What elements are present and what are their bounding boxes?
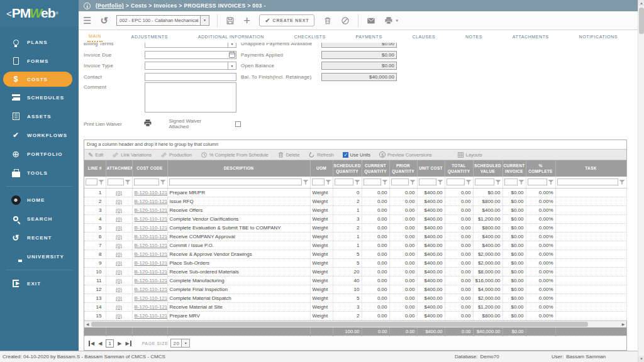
- sidebar-item-search[interactable]: SEARCH: [0, 209, 79, 228]
- column-header-total-quantity[interactable]: TOTAL QUANTITY: [445, 160, 473, 177]
- grid-row[interactable]: 14(0)B-120-110-1210Receive Material at S…: [84, 302, 626, 311]
- grid-row[interactable]: 12(0)B-120-110-1210Complete Final Inspec…: [84, 285, 626, 293]
- filter-icon[interactable]: [382, 179, 388, 185]
- attachments-link[interactable]: (0): [116, 225, 122, 231]
- cost-code-link[interactable]: B-120-110-1210: [135, 287, 168, 292]
- scrollbar-thumb[interactable]: [639, 8, 644, 34]
- list-view-button[interactable]: ☰: [83, 16, 91, 25]
- refresh-button[interactable]: Refresh: [308, 151, 333, 158]
- filter-icon[interactable]: [355, 179, 360, 185]
- create-next-button[interactable]: ✔CREATE NEXT: [259, 14, 314, 26]
- column-header-unit-cost[interactable]: UNIT COST: [417, 160, 445, 177]
- grid-row[interactable]: 4(0)B-120-110-1210Complete Vendor Clarif…: [84, 214, 626, 223]
- grid-row[interactable]: 11(0)B-120-110-1210Complete Manufacturin…: [84, 276, 626, 285]
- sidebar-item-plans[interactable]: PLANS: [0, 33, 79, 52]
- column-header-line[interactable]: LINE #: [84, 160, 106, 177]
- filter-input[interactable]: [504, 178, 518, 185]
- tab-checklists[interactable]: CHECKLISTS: [293, 31, 327, 41]
- cost-code-link[interactable]: B-120-110-1210: [135, 234, 168, 239]
- grid-row[interactable]: 1(0)B-120-110-1210Prepare MR/PRWeight00.…: [84, 188, 626, 197]
- scroll-left-icon[interactable]: ◀: [84, 321, 91, 327]
- tab-adjustments[interactable]: ADJUSTMENTS: [130, 31, 169, 41]
- grid-row[interactable]: 5(0)B-120-110-1210Complete Evaluation & …: [84, 223, 626, 232]
- attachments-link[interactable]: (0): [116, 207, 122, 213]
- tab-notes[interactable]: NOTES: [464, 31, 484, 41]
- grid-row[interactable]: 15(0)B-120-110-1210Prepare MRVWeight20.0…: [84, 311, 626, 320]
- filter-icon[interactable]: [410, 179, 416, 185]
- filter-icon[interactable]: [519, 179, 525, 185]
- filter-icon[interactable]: [548, 179, 554, 185]
- tab-attachments[interactable]: ATTACHMENTS: [511, 31, 550, 41]
- sidebar-item-tools[interactable]: TOOLS: [0, 163, 79, 182]
- grid-row[interactable]: 9(0)B-120-110-1210Place Sub-OrdersWeight…: [84, 258, 626, 267]
- current-page-box[interactable]: 1: [106, 339, 114, 348]
- sidebar-item-home[interactable]: ☻HOME: [0, 190, 79, 209]
- sidebar-item-assets[interactable]: ASSETS: [0, 107, 79, 126]
- scroll-up-icon[interactable]: ▲: [638, 0, 644, 6]
- attachments-link[interactable]: (0): [116, 190, 122, 195]
- filter-input[interactable]: [134, 178, 159, 185]
- contact-input[interactable]: [145, 73, 236, 81]
- invoice-type-select[interactable]: ▼: [145, 62, 236, 70]
- column-header-cost-code[interactable]: COST CODE: [132, 160, 167, 177]
- next-page-icon[interactable]: ▶: [118, 341, 121, 346]
- filter-input[interactable]: [419, 178, 436, 185]
- chevron-down-icon[interactable]: ▼: [181, 339, 189, 347]
- filter-icon[interactable]: [496, 179, 501, 185]
- tab-additional-information[interactable]: ADDITIONAL INFORMATION: [197, 31, 265, 41]
- filter-icon[interactable]: [160, 179, 166, 185]
- filter-input[interactable]: [335, 178, 353, 185]
- attachments-link[interactable]: (0): [116, 251, 122, 257]
- scroll-right-icon[interactable]: ▶: [620, 321, 626, 327]
- column-header-description[interactable]: DESCRIPTION: [167, 160, 310, 177]
- filter-input[interactable]: [447, 178, 465, 185]
- print-dropdown-icon[interactable]: ▼: [395, 19, 399, 23]
- grid-row[interactable]: 7(0)B-120-110-1210Commit / Issue P.O.Wei…: [84, 241, 626, 250]
- delete-row-button[interactable]: Delete: [277, 151, 300, 158]
- tab-main[interactable]: MAIN: [87, 31, 103, 42]
- tab-payments[interactable]: PAYMENTS: [354, 31, 383, 41]
- layouts-button[interactable]: Layouts: [457, 151, 482, 158]
- cost-code-link[interactable]: B-120-110-1210: [135, 313, 168, 319]
- invoice-due-input[interactable]: [145, 51, 236, 59]
- tab-notifications[interactable]: NOTIFICATIONS: [578, 31, 619, 41]
- preview-conversions-button[interactable]: $Preview Conversions: [379, 151, 431, 158]
- signed-waiver-checkbox[interactable]: [235, 121, 241, 127]
- column-header-scheduled-quantity[interactable]: SCHEDULED QUANTITY: [333, 160, 362, 177]
- breadcrumb-portfolio-link[interactable]: (Portfolio): [96, 3, 124, 9]
- tab-clauses[interactable]: CLAUSES: [411, 31, 436, 41]
- filter-input[interactable]: [108, 178, 124, 185]
- filter-input[interactable]: [86, 178, 97, 185]
- filter-icon[interactable]: [99, 179, 104, 185]
- cost-code-link[interactable]: B-120-110-1210: [135, 225, 168, 231]
- pct-complete-from-schedule-button[interactable]: % Complete From Schedule: [201, 151, 269, 158]
- page-size-select[interactable]: 20 ▼: [170, 339, 190, 348]
- filter-input[interactable]: [312, 178, 325, 185]
- cost-code-link[interactable]: B-120-110-1210: [135, 278, 168, 283]
- print-lien-waiver-button[interactable]: [143, 119, 152, 129]
- attachments-link[interactable]: (0): [116, 278, 122, 283]
- attachments-link[interactable]: (0): [116, 313, 122, 319]
- attachments-link[interactable]: (0): [116, 234, 122, 239]
- record-selector-dropdown-icon[interactable]: ▼: [200, 16, 209, 25]
- attachments-link[interactable]: (0): [116, 269, 122, 275]
- cost-code-link[interactable]: B-120-110-1210: [135, 251, 168, 257]
- horizontal-scrollbar[interactable]: ◀ ▶: [84, 321, 626, 327]
- filter-input[interactable]: [557, 178, 618, 185]
- filter-input[interactable]: [169, 178, 302, 185]
- grid-row[interactable]: 10(0)B-120-110-1210Receive Sub-ordered M…: [84, 267, 626, 276]
- cost-code-link[interactable]: B-120-110-1210: [135, 269, 168, 275]
- cost-code-link[interactable]: B-120-110-1210: [135, 304, 168, 310]
- cost-code-link[interactable]: B-120-110-1210: [135, 199, 168, 204]
- print-button[interactable]: ▼: [384, 16, 399, 25]
- first-page-icon[interactable]: ◀: [89, 341, 94, 346]
- filter-input[interactable]: [364, 178, 381, 185]
- sidebar-item-schedules[interactable]: SCHEDULES: [0, 88, 79, 107]
- column-header-pct-complete[interactable]: % COMPLETE: [526, 160, 555, 177]
- record-selector[interactable]: 002 - EPC 100 - Callahan Mechanical ▼: [116, 15, 209, 26]
- attachments-link[interactable]: (0): [116, 243, 122, 248]
- cost-code-link[interactable]: B-120-110-1210: [135, 207, 168, 213]
- save-button[interactable]: [226, 16, 235, 25]
- recent-records-button[interactable]: ↺: [100, 16, 108, 25]
- email-button[interactable]: [367, 16, 375, 25]
